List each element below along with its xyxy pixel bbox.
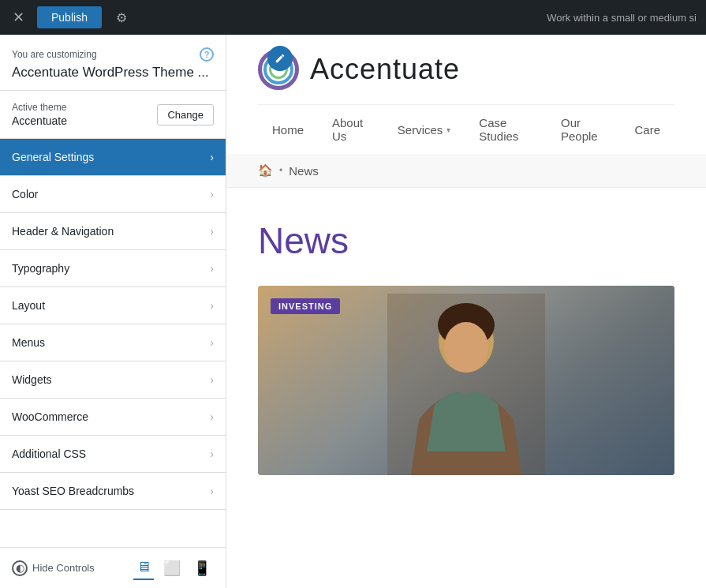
sidebar-bottom: ◐ Hide Controls 🖥 ⬜ 📱 (0, 547, 226, 588)
site-logo-area: Accentuate (258, 49, 674, 104)
chevron-right-icon: › (210, 485, 214, 497)
nav-item-label: Care (635, 123, 661, 137)
sidebar-item-label: Yoast SEO Breadcrumbs (12, 485, 134, 497)
you-are-customizing-text: You are customizing (12, 49, 97, 60)
article-badge: INVESTING (271, 298, 340, 314)
sidebar-item-label: Layout (12, 299, 45, 312)
top-bar: ✕ Publish ⚙ Work within a small or mediu… (0, 0, 706, 35)
sidebar-item-color[interactable]: Color› (0, 176, 226, 213)
sidebar-item-label: Widgets (12, 373, 52, 386)
site-header: Accentuate HomeAbout UsServices▾Case Stu… (226, 35, 706, 154)
breadcrumb-area: 🏠 • News (226, 154, 706, 188)
breadcrumb-current: News (289, 164, 319, 178)
nav-item-our-people[interactable]: Our People (547, 105, 621, 154)
nav-item-label: Our People (561, 116, 607, 143)
sidebar-item-additional-css[interactable]: Additional CSS› (0, 436, 226, 473)
article-image: INVESTING (258, 286, 674, 475)
circle-icon: ◐ (12, 560, 28, 576)
chevron-right-icon: › (210, 373, 214, 386)
theme-name-text: Accentuate WordPress Theme ... (12, 65, 214, 81)
sidebar-item-layout[interactable]: Layout› (0, 287, 226, 324)
sidebar-item-woocommerce[interactable]: WooCommerce› (0, 399, 226, 436)
page-content: News (226, 188, 706, 499)
sidebar-item-widgets[interactable]: Widgets› (0, 361, 226, 399)
customizing-label: You are customizing ? (12, 47, 214, 62)
active-theme-info: Active theme Accentuate (12, 102, 67, 127)
chevron-right-icon: › (210, 299, 214, 312)
edit-pencil-button[interactable] (267, 46, 293, 71)
sidebar-item-yoast-seo[interactable]: Yoast SEO Breadcrumbs› (0, 473, 226, 510)
site-navigation: HomeAbout UsServices▾Case StudiesOur Peo… (258, 104, 674, 154)
device-icons: 🖥 ⬜ 📱 (133, 556, 214, 580)
sidebar: You are customizing ? Accentuate WordPre… (0, 35, 226, 588)
chevron-right-icon: › (210, 262, 214, 275)
main-layout: You are customizing ? Accentuate WordPre… (0, 35, 706, 588)
hide-controls-button[interactable]: ◐ Hide Controls (12, 560, 95, 576)
hide-controls-label: Hide Controls (32, 562, 95, 574)
nav-item-about-us[interactable]: About Us (318, 105, 383, 154)
nav-item-care[interactable]: Care (621, 112, 675, 148)
mobile-device-button[interactable]: 📱 (190, 556, 214, 580)
customizer-header: You are customizing ? Accentuate WordPre… (0, 35, 226, 91)
top-bar-left: ✕ Publish ⚙ (9, 6, 132, 29)
chevron-right-icon: › (210, 336, 214, 349)
chevron-right-icon: › (210, 448, 214, 460)
svg-point-3 (444, 322, 488, 373)
nav-item-label: Services (398, 123, 443, 137)
help-icon[interactable]: ? (200, 47, 214, 62)
person-figure (387, 294, 545, 475)
sidebar-item-label: Color (12, 188, 38, 200)
active-theme-value: Accentuate (12, 114, 67, 127)
close-button[interactable]: ✕ (9, 6, 28, 29)
nav-item-label: Home (272, 123, 304, 137)
nav-item-label: Case Studies (479, 116, 532, 143)
nav-item-home[interactable]: Home (258, 112, 318, 148)
sidebar-item-label: Header & Navigation (12, 225, 114, 238)
menu-items-list: General Settings›Color›Header & Navigati… (0, 139, 226, 547)
sidebar-item-label: WooCommerce (12, 410, 88, 423)
chevron-right-icon: › (210, 151, 214, 163)
sidebar-item-header-navigation[interactable]: Header & Navigation› (0, 213, 226, 250)
sidebar-item-label: Typography (12, 262, 69, 275)
active-theme-section: Active theme Accentuate Change (0, 91, 226, 139)
sidebar-item-general-settings[interactable]: General Settings› (0, 139, 226, 176)
nav-item-services[interactable]: Services▾ (383, 112, 465, 148)
nav-item-case-studies[interactable]: Case Studies (465, 105, 547, 154)
nav-item-label: About Us (332, 116, 369, 143)
tablet-device-button[interactable]: ⬜ (160, 556, 184, 580)
active-theme-label: Active theme (12, 102, 67, 113)
article-card: INVESTING (258, 286, 674, 475)
desktop-device-button[interactable]: 🖥 (133, 556, 154, 580)
sidebar-item-label: General Settings (12, 151, 94, 163)
page-title: News (258, 219, 674, 262)
breadcrumb-separator: • (279, 165, 282, 176)
change-theme-button[interactable]: Change (157, 104, 214, 125)
sidebar-item-menus[interactable]: Menus› (0, 324, 226, 361)
dropdown-arrow-icon: ▾ (446, 125, 450, 134)
chevron-right-icon: › (210, 188, 214, 200)
sidebar-item-label: Menus (12, 336, 45, 349)
settings-button[interactable]: ⚙ (111, 7, 132, 28)
site-title: Accentuate (310, 53, 460, 86)
chevron-right-icon: › (210, 410, 214, 423)
preview-area: Accentuate HomeAbout UsServices▾Case Stu… (226, 35, 706, 588)
sidebar-item-typography[interactable]: Typography› (0, 250, 226, 287)
sidebar-item-label: Additional CSS (12, 448, 86, 460)
publish-button[interactable]: Publish (37, 6, 102, 28)
info-text: Work within a small or medium si (547, 12, 697, 24)
breadcrumb-home-icon[interactable]: 🏠 (258, 163, 273, 178)
chevron-right-icon: › (210, 225, 214, 238)
